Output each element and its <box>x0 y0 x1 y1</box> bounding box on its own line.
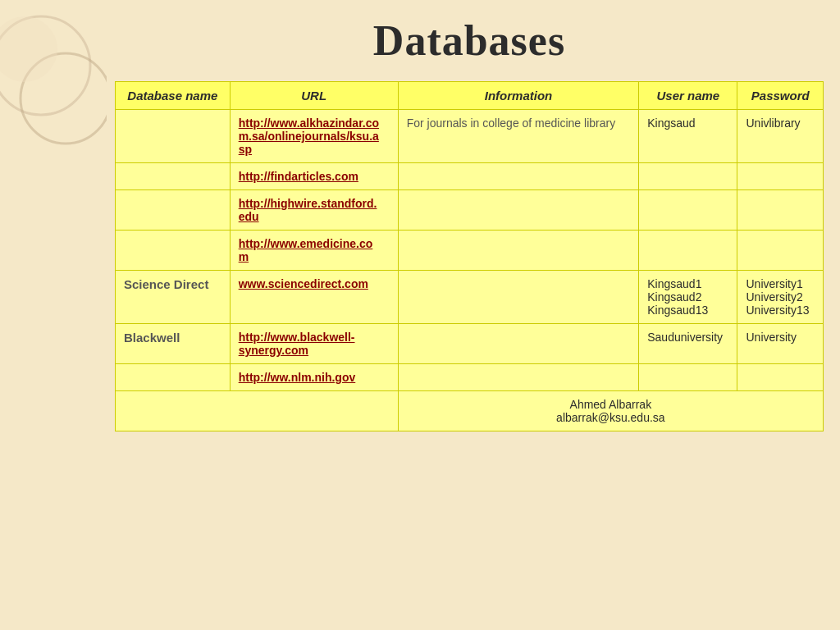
table-header-row: Database name URL Information User name … <box>116 82 824 110</box>
cell-password: University <box>737 324 824 364</box>
url-link[interactable]: http://highwire.standford.edu <box>239 197 377 223</box>
main-content: Databases Database name URL Information … <box>98 0 840 440</box>
footer-row: Ahmed Albarrak albarrak@ksu.edu.sa <box>116 391 824 431</box>
cell-info <box>398 364 639 391</box>
cell-info <box>398 324 639 364</box>
cell-url[interactable]: http://ww.nlm.nih.gov <box>230 364 398 391</box>
cell-username: Kingsaud1Kingsaud2Kingsaud13 <box>639 271 737 324</box>
footer-name: Ahmed Albarrak <box>570 398 652 411</box>
table-row: http://highwire.standford.edu <box>116 190 824 231</box>
cell-db-name: Science Direct <box>116 271 231 324</box>
cell-password <box>737 231 824 271</box>
url-link[interactable]: www.sciencedirect.com <box>239 277 368 290</box>
databases-table: Database name URL Information User name … <box>115 81 824 431</box>
cell-info <box>398 163 639 190</box>
table-row: Science Directwww.sciencedirect.comKings… <box>116 271 824 324</box>
table-row: http://www.emedicine.com <box>116 231 824 271</box>
cell-url[interactable]: www.sciencedirect.com <box>230 271 398 324</box>
cell-password <box>737 190 824 231</box>
cell-info <box>398 231 639 271</box>
footer-email: albarrak@ksu.edu.sa <box>556 411 665 424</box>
cell-username <box>639 364 737 391</box>
footer-left <box>116 391 399 431</box>
decorative-circles <box>0 0 107 164</box>
cell-db-name <box>116 190 231 231</box>
cell-info <box>398 190 639 231</box>
url-link[interactable]: http://ww.nlm.nih.gov <box>239 371 356 384</box>
cell-password: Univlibrary <box>737 110 824 163</box>
url-link[interactable]: http://findarticles.com <box>239 170 358 183</box>
cell-url[interactable]: http://www.alkhazindar.com.sa/onlinejour… <box>230 110 398 163</box>
table-row: http://ww.nlm.nih.gov <box>116 364 824 391</box>
col-header-url: URL <box>230 82 398 110</box>
url-link[interactable]: http://www.blackwell-synergy.com <box>239 331 355 357</box>
cell-username <box>639 190 737 231</box>
cell-url[interactable]: http://findarticles.com <box>230 163 398 190</box>
footer-credit: Ahmed Albarrak albarrak@ksu.edu.sa <box>398 391 823 431</box>
page-title: Databases <box>115 16 824 65</box>
cell-username <box>639 163 737 190</box>
cell-url[interactable]: http://www.blackwell-synergy.com <box>230 324 398 364</box>
col-header-db-name: Database name <box>116 82 231 110</box>
cell-username: Sauduniversity <box>639 324 737 364</box>
table-row: http://findarticles.com <box>116 163 824 190</box>
col-header-pass: Password <box>737 82 824 110</box>
cell-password <box>737 163 824 190</box>
url-link[interactable]: http://www.alkhazindar.com.sa/onlinejour… <box>239 116 379 156</box>
cell-db-name <box>116 110 231 163</box>
cell-url[interactable]: http://highwire.standford.edu <box>230 190 398 231</box>
table-row: http://www.alkhazindar.com.sa/onlinejour… <box>116 110 824 163</box>
svg-point-2 <box>0 16 57 82</box>
url-link[interactable]: http://www.emedicine.com <box>239 237 373 263</box>
col-header-info: Information <box>398 82 639 110</box>
cell-username: Kingsaud <box>639 110 737 163</box>
cell-db-name <box>116 163 231 190</box>
cell-db-name: Blackwell <box>116 324 231 364</box>
cell-url[interactable]: http://www.emedicine.com <box>230 231 398 271</box>
cell-db-name <box>116 364 231 391</box>
cell-username <box>639 231 737 271</box>
cell-info <box>398 271 639 324</box>
cell-password <box>737 364 824 391</box>
cell-db-name <box>116 231 231 271</box>
cell-info: For journals in college of medicine libr… <box>398 110 639 163</box>
table-row: Blackwellhttp://www.blackwell-synergy.co… <box>116 324 824 364</box>
col-header-user: User name <box>639 82 737 110</box>
cell-password: University1University2University13 <box>737 271 824 324</box>
